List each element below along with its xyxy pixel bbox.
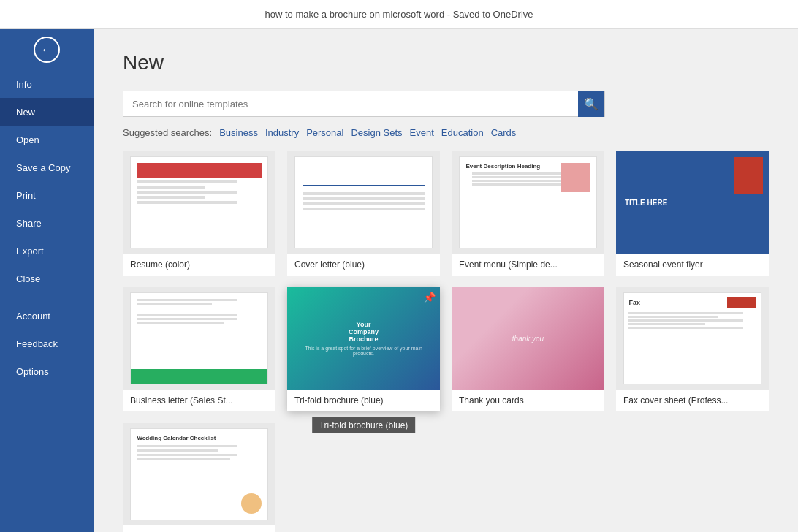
sidebar-item-share[interactable]: Share: [0, 209, 94, 237]
template-label-seasonal-flyer: Seasonal event flyer: [616, 254, 769, 276]
search-button[interactable]: 🔍: [578, 91, 604, 117]
template-card-resume-color[interactable]: Resume (color): [123, 151, 276, 276]
sidebar-item-options[interactable]: Options: [0, 357, 94, 385]
sidebar-item-feedback[interactable]: Feedback: [0, 330, 94, 357]
pin-icon: 📌: [423, 292, 436, 303]
template-label-wedding: Wedding Calendar Checklist: [123, 525, 276, 532]
template-card-wedding[interactable]: Wedding Calendar Checklist Wedding Calen…: [123, 423, 276, 532]
sidebar-item-account[interactable]: Account: [0, 302, 94, 330]
sidebar-item-open-label: Open: [16, 134, 39, 145]
search-input[interactable]: [123, 99, 578, 110]
sidebar-item-new-label: New: [16, 107, 35, 118]
sidebar-item-open[interactable]: Open: [0, 126, 94, 153]
template-thumb-wedding: Wedding Calendar Checklist: [123, 423, 276, 525]
suggested-label: Suggested searches:: [123, 127, 212, 138]
template-label-thankyou: Thank you cards: [452, 390, 604, 411]
app-body: ← Info New Open Save a Copy Print Share: [0, 29, 798, 532]
sidebar-item-info-label: Info: [16, 79, 32, 90]
template-card-event-menu[interactable]: Event Description Heading Event menu (Si…: [452, 151, 604, 276]
sidebar-item-print[interactable]: Print: [0, 181, 94, 209]
template-thumb-thankyou: thank you: [452, 287, 604, 390]
template-label-biz-letter: Business letter (Sales St...: [123, 390, 276, 411]
brochure-tooltip: Tri-fold brochure (blue): [312, 417, 416, 433]
template-thumb-resume: [123, 151, 276, 254]
sidebar-item-print-label: Print: [16, 190, 36, 201]
sidebar-item-feedback-label: Feedback: [16, 338, 58, 349]
template-thumb-brochure: YourCompanyBrochure This is a great spot…: [287, 287, 440, 390]
template-card-thankyou[interactable]: thank you Thank you cards: [452, 287, 604, 411]
template-label-brochure-blue: Tri-fold brochure (blue): [287, 390, 440, 411]
template-thumb-fax: Fax: [616, 287, 769, 390]
template-thumb-biz-letter: [123, 287, 276, 390]
sidebar-item-save-copy-label: Save a Copy: [16, 162, 70, 173]
template-thumb-cover: [287, 151, 440, 254]
template-card-cover-letter[interactable]: Cover letter (blue): [287, 151, 440, 276]
search-icon: 🔍: [584, 97, 598, 111]
sidebar: ← Info New Open Save a Copy Print Share: [0, 29, 94, 532]
page-title: New: [123, 51, 769, 75]
template-thumb-event-menu: Event Description Heading: [452, 151, 604, 254]
template-card-brochure-blue[interactable]: YourCompanyBrochure This is a great spot…: [287, 287, 440, 411]
template-card-seasonal-flyer[interactable]: TITLE HERE Seasonal event flyer: [616, 151, 769, 276]
template-label-event-menu: Event menu (Simple de...: [452, 254, 604, 276]
suggested-link-personal[interactable]: Personal: [306, 127, 343, 138]
main-content: New 🔍 Suggested searches: Business Indus…: [94, 29, 798, 532]
suggested-link-design-sets[interactable]: Design Sets: [351, 127, 402, 138]
template-label-resume-color: Resume (color): [123, 254, 276, 276]
suggested-link-business[interactable]: Business: [219, 127, 258, 138]
suggested-searches: Suggested searches: Business Industry Pe…: [123, 127, 769, 138]
sidebar-item-info[interactable]: Info: [0, 70, 94, 98]
back-circle-icon: ←: [34, 37, 60, 63]
sidebar-item-close-label: Close: [16, 273, 40, 284]
sidebar-divider: [0, 297, 94, 297]
title-bar: how to make a brochure on microsoft word…: [0, 0, 798, 29]
search-bar: 🔍: [123, 91, 605, 117]
sidebar-item-new[interactable]: New: [0, 98, 94, 126]
suggested-link-event[interactable]: Event: [410, 127, 434, 138]
templates-grid: Resume (color) Cover letter (blue): [123, 151, 769, 532]
sidebar-item-share-label: Share: [16, 218, 42, 229]
sidebar-item-export[interactable]: Export: [0, 237, 94, 265]
template-label-cover-letter: Cover letter (blue): [287, 254, 440, 276]
back-button[interactable]: ←: [0, 29, 94, 70]
sidebar-nav: Info New Open Save a Copy Print Share Ex…: [0, 70, 94, 532]
sidebar-item-export-label: Export: [16, 246, 44, 256]
template-label-fax: Fax cover sheet (Profess...: [616, 390, 769, 411]
template-card-fax[interactable]: Fax Fax cover sheet (Profess...: [616, 287, 769, 411]
sidebar-item-account-label: Account: [16, 311, 50, 322]
suggested-link-cards[interactable]: Cards: [491, 127, 517, 138]
suggested-link-education[interactable]: Education: [441, 127, 484, 138]
suggested-link-industry[interactable]: Industry: [265, 127, 299, 138]
title-text: how to make a brochure on microsoft word…: [265, 9, 533, 20]
sidebar-item-close[interactable]: Close: [0, 265, 94, 292]
sidebar-item-options-label: Options: [16, 366, 49, 377]
template-thumb-seasonal: TITLE HERE: [616, 151, 769, 254]
sidebar-item-save-copy[interactable]: Save a Copy: [0, 153, 94, 181]
template-card-biz-letter[interactable]: Business letter (Sales St...: [123, 287, 276, 411]
